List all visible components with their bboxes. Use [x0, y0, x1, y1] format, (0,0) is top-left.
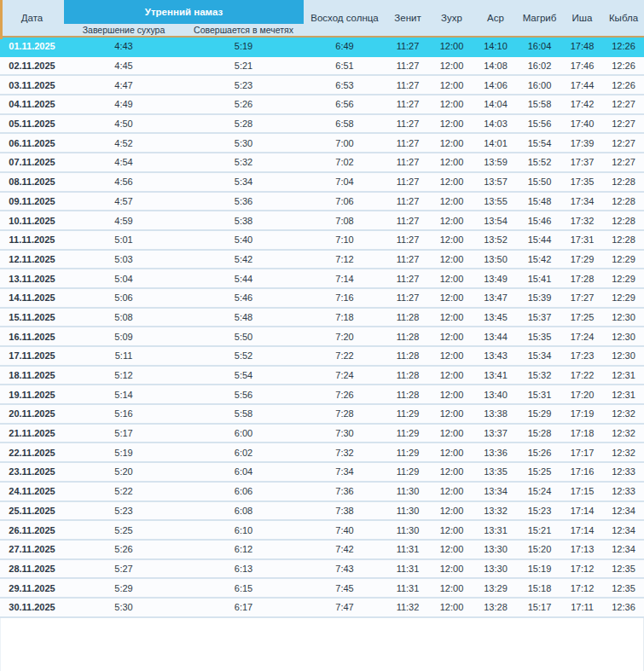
column-header-zuhr: Зухр: [430, 0, 473, 36]
row-isha: 17:25: [561, 309, 603, 327]
row-asr: 14:04: [473, 95, 518, 113]
row-date: 19.11.2025: [0, 385, 64, 403]
row-asr: 13:44: [473, 327, 518, 345]
table-row[interactable]: 14.11.2025 5:06 5:46 7:16 11:27 12:00 13…: [0, 289, 644, 309]
row-mosque-time: 5:48: [183, 309, 304, 327]
table-row[interactable]: 16.11.2025 5:09 5:50 7:20 11:28 12:00 13…: [0, 327, 644, 347]
row-date: 16.11.2025: [0, 327, 64, 345]
row-qibla: 12:35: [603, 560, 644, 578]
row-zenith: 11:27: [386, 231, 430, 249]
row-suhoor-end: 5:14: [64, 385, 183, 403]
row-asr: 13:38: [473, 405, 518, 423]
table-row[interactable]: 19.11.2025 5:14 5:56 7:26 11:28 12:00 13…: [0, 385, 644, 405]
table-row[interactable]: 11.11.2025 5:01 5:40 7:10 11:27 12:00 13…: [0, 231, 644, 251]
row-zenith: 11:31: [386, 560, 430, 578]
row-zenith: 11:27: [386, 269, 430, 287]
row-maghrib: 15:44: [518, 231, 561, 249]
row-zuhr: 12:00: [430, 76, 473, 94]
row-asr: 13:45: [473, 309, 518, 327]
row-zuhr: 12:00: [430, 153, 473, 171]
table-row[interactable]: 28.11.2025 5:27 6:13 7:43 11:31 12:00 13…: [0, 560, 644, 580]
row-mosque-time: 6:00: [183, 425, 304, 443]
table-row[interactable]: 21.11.2025 5:17 6:00 7:30 11:29 12:00 13…: [0, 425, 644, 444]
table-row[interactable]: 18.11.2025 5:12 5:54 7:24 11:28 12:00 13…: [0, 367, 644, 386]
row-sunrise: 7:12: [304, 251, 386, 269]
column-header-isha: Иша: [561, 0, 603, 36]
row-mosque-time: 5:30: [183, 134, 304, 152]
row-maghrib: 15:48: [518, 193, 561, 211]
row-zenith: 11:31: [386, 541, 430, 558]
row-maghrib: 16:02: [518, 57, 561, 75]
row-zuhr: 12:00: [430, 193, 473, 211]
row-zuhr: 12:00: [430, 599, 473, 616]
table-row[interactable]: 03.11.2025 4:47 5:23 6:53 11:27 12:00 14…: [0, 76, 644, 95]
row-maghrib: 16:00: [518, 76, 561, 94]
table-row[interactable]: 05.11.2025 4:50 5:28 6:58 11:27 12:00 14…: [0, 115, 644, 135]
row-isha: 17:46: [561, 57, 603, 75]
table-row[interactable]: 02.11.2025 4:45 5:21 6:51 11:27 12:00 14…: [0, 57, 644, 77]
row-isha: 17:11: [561, 599, 603, 616]
row-mosque-time: 5:44: [183, 269, 304, 287]
row-suhoor-end: 4:47: [64, 76, 183, 94]
table-row[interactable]: 29.11.2025 5:29 6:15 7:45 11:31 12:00 13…: [0, 579, 644, 599]
table-row[interactable]: 12.11.2025 5:03 5:42 7:12 11:27 12:00 13…: [0, 251, 644, 270]
row-sunrise: 7:04: [304, 173, 386, 191]
row-date: 25.11.2025: [0, 502, 64, 520]
row-sunrise: 7:06: [304, 193, 386, 211]
row-sunrise: 7:08: [304, 211, 386, 229]
row-isha: 17:14: [561, 502, 603, 520]
row-date: 28.11.2025: [0, 560, 64, 578]
row-qibla: 12:28: [603, 211, 644, 229]
table-row[interactable]: 04.11.2025 4:49 5:26 6:56 11:27 12:00 14…: [0, 95, 644, 115]
column-header-sunrise: Восход солнца: [304, 0, 386, 36]
row-maghrib: 15:34: [518, 347, 561, 365]
row-asr: 13:50: [473, 251, 518, 269]
table-row[interactable]: 10.11.2025 4:59 5:38 7:08 11:27 12:00 13…: [0, 211, 644, 231]
row-maghrib: 15:41: [518, 269, 561, 287]
row-zenith: 11:32: [386, 599, 430, 616]
row-qibla: 12:28: [603, 173, 644, 191]
column-header-zenith: Зенит: [386, 0, 430, 36]
table-row[interactable]: 07.11.2025 4:54 5:32 7:02 11:27 12:00 13…: [0, 153, 644, 173]
row-suhoor-end: 5:16: [64, 405, 183, 423]
row-mosque-time: 5:32: [183, 153, 304, 171]
header-left-accent-bar: [0, 0, 3, 39]
row-isha: 17:32: [561, 211, 603, 229]
table-row[interactable]: 15.11.2025 5:08 5:48 7:18 11:28 12:00 13…: [0, 309, 644, 328]
table-row[interactable]: 22.11.2025 5:19 6:02 7:32 11:29 12:00 13…: [0, 443, 644, 463]
table-row[interactable]: 26.11.2025 5:25 6:10 7:40 11:30 12:00 13…: [0, 521, 644, 541]
row-date: 21.11.2025: [0, 425, 64, 443]
row-zuhr: 12:00: [430, 405, 473, 423]
row-zenith: 11:30: [386, 502, 430, 520]
table-row[interactable]: 17.11.2025 5:11 5:52 7:22 11:28 12:00 13…: [0, 347, 644, 367]
row-mosque-time: 5:38: [183, 211, 304, 229]
row-date: 13.11.2025: [0, 269, 64, 287]
row-mosque-time: 6:10: [183, 521, 304, 539]
row-zuhr: 12:00: [430, 502, 473, 520]
table-row[interactable]: 13.11.2025 5:04 5:44 7:14 11:27 12:00 13…: [0, 269, 644, 289]
row-qibla: 12:26: [603, 76, 644, 94]
table-row[interactable]: 25.11.2025 5:23 6:08 7:38 11:30 12:00 13…: [0, 502, 644, 522]
table-row[interactable]: 27.11.2025 5:26 6:12 7:42 11:31 12:00 13…: [0, 541, 644, 560]
table-row[interactable]: 08.11.2025 4:56 5:34 7:04 11:27 12:00 13…: [0, 173, 644, 193]
table-row[interactable]: 30.11.2025 5:30 6:17 7:47 11:32 12:00 13…: [0, 599, 644, 618]
row-asr: 13:34: [473, 483, 518, 500]
table-row[interactable]: 24.11.2025 5:22 6:06 7:36 11:30 12:00 13…: [0, 483, 644, 502]
row-zuhr: 12:00: [430, 443, 473, 461]
row-date: 27.11.2025: [0, 541, 64, 558]
row-sunrise: 7:38: [304, 502, 386, 520]
table-row[interactable]: 09.11.2025 4:57 5:36 7:06 11:27 12:00 13…: [0, 193, 644, 212]
row-maghrib: 15:19: [518, 560, 561, 578]
row-suhoor-end: 4:45: [64, 57, 183, 75]
table-row[interactable]: 23.11.2025 5:20 6:04 7:34 11:29 12:00 13…: [0, 463, 644, 483]
row-isha: 17:15: [561, 483, 603, 500]
row-zenith: 11:27: [386, 193, 430, 211]
row-asr: 14:03: [473, 115, 518, 133]
row-suhoor-end: 5:17: [64, 425, 183, 443]
table-row[interactable]: 06.11.2025 4:52 5:30 7:00 11:27 12:00 14…: [0, 134, 644, 153]
table-row[interactable]: 01.11.2025 4:43 5:19 6:49 11:27 12:00 14…: [0, 38, 644, 57]
row-isha: 17:20: [561, 385, 603, 403]
table-row[interactable]: 20.11.2025 5:16 5:58 7:28 11:29 12:00 13…: [0, 405, 644, 425]
row-zenith: 11:28: [386, 309, 430, 327]
row-date: 30.11.2025: [0, 599, 64, 616]
